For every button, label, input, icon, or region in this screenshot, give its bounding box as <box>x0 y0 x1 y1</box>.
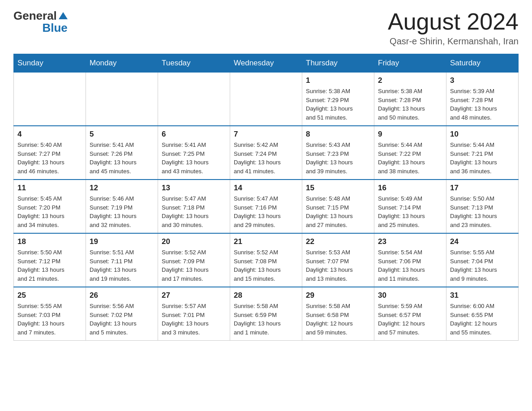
calendar-cell: 21Sunrise: 5:52 AM Sunset: 7:08 PM Dayli… <box>230 233 302 287</box>
calendar-cell: 3Sunrise: 5:39 AM Sunset: 7:28 PM Daylig… <box>446 73 519 126</box>
day-info: Sunrise: 5:47 AM Sunset: 7:16 PM Dayligh… <box>234 194 298 229</box>
logo: General Blue <box>13 9 68 35</box>
day-info: Sunrise: 5:50 AM Sunset: 7:13 PM Dayligh… <box>450 194 515 229</box>
calendar-cell: 4Sunrise: 5:40 AM Sunset: 7:27 PM Daylig… <box>14 126 86 180</box>
day-number: 5 <box>90 130 154 139</box>
header-day-thursday: Thursday <box>302 54 374 73</box>
month-title: August 2024 <box>388 9 519 34</box>
calendar-cell: 27Sunrise: 5:57 AM Sunset: 7:01 PM Dayli… <box>158 287 230 341</box>
day-info: Sunrise: 5:44 AM Sunset: 7:21 PM Dayligh… <box>450 141 515 176</box>
calendar-cell: 10Sunrise: 5:44 AM Sunset: 7:21 PM Dayli… <box>446 126 519 180</box>
day-number: 23 <box>378 237 442 246</box>
calendar-cell: 26Sunrise: 5:56 AM Sunset: 7:02 PM Dayli… <box>86 287 158 341</box>
calendar-cell: 9Sunrise: 5:44 AM Sunset: 7:22 PM Daylig… <box>374 126 446 180</box>
calendar-cell <box>86 73 158 126</box>
day-number: 4 <box>17 130 82 139</box>
day-info: Sunrise: 5:59 AM Sunset: 6:57 PM Dayligh… <box>378 302 442 337</box>
calendar-cell: 17Sunrise: 5:50 AM Sunset: 7:13 PM Dayli… <box>446 180 519 233</box>
day-number: 12 <box>90 184 154 193</box>
day-info: Sunrise: 5:40 AM Sunset: 7:27 PM Dayligh… <box>17 141 82 176</box>
header-day-saturday: Saturday <box>446 54 519 73</box>
day-number: 14 <box>234 184 298 193</box>
calendar-cell: 2Sunrise: 5:38 AM Sunset: 7:28 PM Daylig… <box>374 73 446 126</box>
day-info: Sunrise: 5:53 AM Sunset: 7:07 PM Dayligh… <box>306 248 370 283</box>
day-number: 8 <box>306 130 370 139</box>
calendar-cell: 19Sunrise: 5:51 AM Sunset: 7:11 PM Dayli… <box>86 233 158 287</box>
calendar-week-row: 4Sunrise: 5:40 AM Sunset: 7:27 PM Daylig… <box>14 126 519 180</box>
calendar-cell <box>14 73 86 126</box>
day-info: Sunrise: 5:54 AM Sunset: 7:06 PM Dayligh… <box>378 248 442 283</box>
calendar-cell: 14Sunrise: 5:47 AM Sunset: 7:16 PM Dayli… <box>230 180 302 233</box>
day-number: 7 <box>234 130 298 139</box>
day-info: Sunrise: 5:55 AM Sunset: 7:04 PM Dayligh… <box>450 248 515 283</box>
calendar-cell <box>230 73 302 126</box>
calendar-table: SundayMondayTuesdayWednesdayThursdayFrid… <box>13 54 519 341</box>
day-number: 10 <box>450 130 515 139</box>
calendar-cell: 12Sunrise: 5:46 AM Sunset: 7:19 PM Dayli… <box>86 180 158 233</box>
day-info: Sunrise: 5:38 AM Sunset: 7:28 PM Dayligh… <box>378 87 442 122</box>
day-number: 3 <box>450 76 515 85</box>
day-number: 22 <box>306 237 370 246</box>
calendar-week-row: 1Sunrise: 5:38 AM Sunset: 7:29 PM Daylig… <box>14 73 519 126</box>
title-area: August 2024 Qasr-e Shirin, Kermanshah, I… <box>388 9 519 47</box>
day-number: 27 <box>162 291 226 300</box>
calendar-cell: 16Sunrise: 5:49 AM Sunset: 7:14 PM Dayli… <box>374 180 446 233</box>
day-info: Sunrise: 5:55 AM Sunset: 7:03 PM Dayligh… <box>17 302 82 337</box>
calendar-week-row: 11Sunrise: 5:45 AM Sunset: 7:20 PM Dayli… <box>14 180 519 233</box>
day-number: 25 <box>17 291 82 300</box>
day-number: 19 <box>90 237 154 246</box>
calendar-cell: 11Sunrise: 5:45 AM Sunset: 7:20 PM Dayli… <box>14 180 86 233</box>
logo-blue: Blue <box>42 21 67 35</box>
calendar-cell <box>158 73 230 126</box>
day-info: Sunrise: 5:41 AM Sunset: 7:26 PM Dayligh… <box>90 141 154 176</box>
day-info: Sunrise: 5:52 AM Sunset: 7:09 PM Dayligh… <box>162 248 226 283</box>
day-number: 2 <box>378 76 442 85</box>
calendar-cell: 6Sunrise: 5:41 AM Sunset: 7:25 PM Daylig… <box>158 126 230 180</box>
day-number: 16 <box>378 184 442 193</box>
day-info: Sunrise: 5:58 AM Sunset: 6:58 PM Dayligh… <box>306 302 370 337</box>
day-number: 30 <box>378 291 442 300</box>
day-number: 17 <box>450 184 515 193</box>
calendar-cell: 1Sunrise: 5:38 AM Sunset: 7:29 PM Daylig… <box>302 73 374 126</box>
calendar-cell: 30Sunrise: 5:59 AM Sunset: 6:57 PM Dayli… <box>374 287 446 341</box>
day-info: Sunrise: 5:57 AM Sunset: 7:01 PM Dayligh… <box>162 302 226 337</box>
day-info: Sunrise: 5:38 AM Sunset: 7:29 PM Dayligh… <box>306 87 370 122</box>
day-info: Sunrise: 5:50 AM Sunset: 7:12 PM Dayligh… <box>17 248 82 283</box>
day-number: 21 <box>234 237 298 246</box>
day-info: Sunrise: 5:43 AM Sunset: 7:23 PM Dayligh… <box>306 141 370 176</box>
day-info: Sunrise: 5:48 AM Sunset: 7:15 PM Dayligh… <box>306 194 370 229</box>
header-day-friday: Friday <box>374 54 446 73</box>
day-info: Sunrise: 5:58 AM Sunset: 6:59 PM Dayligh… <box>234 302 298 337</box>
day-number: 13 <box>162 184 226 193</box>
day-number: 28 <box>234 291 298 300</box>
calendar-cell: 24Sunrise: 5:55 AM Sunset: 7:04 PM Dayli… <box>446 233 519 287</box>
calendar-cell: 18Sunrise: 5:50 AM Sunset: 7:12 PM Dayli… <box>14 233 86 287</box>
calendar-cell: 31Sunrise: 6:00 AM Sunset: 6:55 PM Dayli… <box>446 287 519 341</box>
day-info: Sunrise: 5:51 AM Sunset: 7:11 PM Dayligh… <box>90 248 154 283</box>
header-day-tuesday: Tuesday <box>158 54 230 73</box>
calendar-cell: 20Sunrise: 5:52 AM Sunset: 7:09 PM Dayli… <box>158 233 230 287</box>
day-info: Sunrise: 5:52 AM Sunset: 7:08 PM Dayligh… <box>234 248 298 283</box>
day-info: Sunrise: 5:56 AM Sunset: 7:02 PM Dayligh… <box>90 302 154 337</box>
day-number: 18 <box>17 237 82 246</box>
calendar-cell: 28Sunrise: 5:58 AM Sunset: 6:59 PM Dayli… <box>230 287 302 341</box>
day-info: Sunrise: 6:00 AM Sunset: 6:55 PM Dayligh… <box>450 302 515 337</box>
calendar-cell: 7Sunrise: 5:42 AM Sunset: 7:24 PM Daylig… <box>230 126 302 180</box>
day-number: 1 <box>306 76 370 85</box>
header-day-sunday: Sunday <box>14 54 86 73</box>
calendar-week-row: 25Sunrise: 5:55 AM Sunset: 7:03 PM Dayli… <box>14 287 519 341</box>
header-day-wednesday: Wednesday <box>230 54 302 73</box>
day-info: Sunrise: 5:49 AM Sunset: 7:14 PM Dayligh… <box>378 194 442 229</box>
day-info: Sunrise: 5:41 AM Sunset: 7:25 PM Dayligh… <box>162 141 226 176</box>
day-info: Sunrise: 5:44 AM Sunset: 7:22 PM Dayligh… <box>378 141 442 176</box>
day-info: Sunrise: 5:46 AM Sunset: 7:19 PM Dayligh… <box>90 194 154 229</box>
calendar-header-row: SundayMondayTuesdayWednesdayThursdayFrid… <box>14 54 519 73</box>
calendar-cell: 25Sunrise: 5:55 AM Sunset: 7:03 PM Dayli… <box>14 287 86 341</box>
day-number: 15 <box>306 184 370 193</box>
day-info: Sunrise: 5:47 AM Sunset: 7:18 PM Dayligh… <box>162 194 226 229</box>
day-info: Sunrise: 5:39 AM Sunset: 7:28 PM Dayligh… <box>450 87 515 122</box>
day-number: 9 <box>378 130 442 139</box>
day-number: 29 <box>306 291 370 300</box>
calendar-week-row: 18Sunrise: 5:50 AM Sunset: 7:12 PM Dayli… <box>14 233 519 287</box>
calendar-cell: 23Sunrise: 5:54 AM Sunset: 7:06 PM Dayli… <box>374 233 446 287</box>
